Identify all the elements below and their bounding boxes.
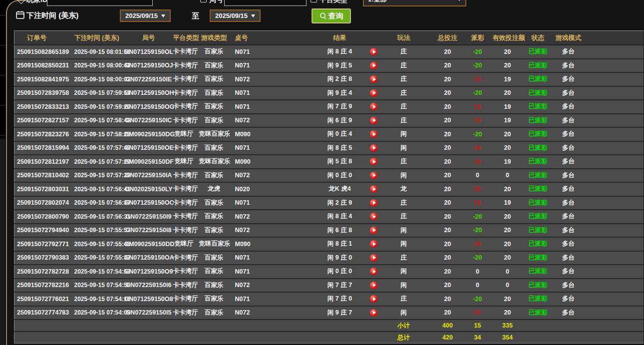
cell-result: 闲 2 庄 8 [260,72,358,86]
cell-order: 250915072839758 [14,86,74,100]
replay-cell [358,196,390,210]
cell-time: 2025-09-15 07:54:50 [74,279,124,293]
cell-valid: 0 [493,169,523,183]
cell-order: 250915072815994 [14,141,74,155]
play-video-icon[interactable] [370,254,377,262]
cell-game: 百家乐 [199,169,235,183]
cell-total: 20 [426,169,463,183]
cell-total: 20 [426,265,463,279]
play-video-icon[interactable] [370,144,377,152]
grandtotal-row: 总计 420 34 354 [14,332,644,344]
cell-order: 250915082841975 [14,72,74,86]
cell-tbl: N072 [235,210,260,224]
date-to-select[interactable]: 2025/09/15 [210,9,261,22]
cell-mode: 多台 [554,210,584,224]
play-video-icon[interactable] [370,227,377,234]
table-row: 2509150728121972025-09-15 07:57:29GM0902… [14,155,644,169]
cell-time: 2025-09-15 07:54:09 [74,306,124,320]
query-button[interactable]: 查询 [312,8,351,23]
cell-tbl: N071 [235,59,260,73]
play-triangle [373,242,376,246]
cell-result: 闲 9 庄 4 [260,86,358,100]
cell-payout: 19 [463,114,493,128]
cell-play: 庄 [390,155,426,169]
cell-mode: 多台 [554,169,584,183]
cell-mode: 多台 [554,224,584,238]
cell-total: 20 [426,86,463,100]
cell-tbl: N072 [235,224,260,238]
table-row: 2509150828651892025-09-15 08:01:56GN0712… [14,45,644,59]
table-row: 2509150828502312025-09-15 08:00:41GN0712… [14,59,644,73]
play-video-icon[interactable] [370,240,377,248]
play-video-icon[interactable] [370,48,377,55]
cell-play: 闲 [390,279,426,293]
cell-tbl: N071 [235,251,260,265]
cell-play: 庄 [390,45,426,59]
cell-time: 2025-09-15 07:54:53 [74,265,124,279]
left-strip-segment [0,76,5,106]
cell-payout: -20 [463,210,493,224]
cell-payout: 20 [463,141,493,155]
play-video-icon[interactable] [370,309,377,317]
platform-select[interactable]: 1:全部 [363,0,466,6]
cell-hall: 卡卡湾厅 [173,86,199,100]
row-filler [584,210,644,224]
filter-row-top: 玩家ID 局号 平台类型 1:全部 [0,0,644,6]
date-from-select[interactable]: 2025/09/15 [120,9,171,22]
play-triangle [373,50,376,54]
play-video-icon[interactable] [370,172,377,179]
cell-total: 20 [426,59,463,73]
play-video-icon[interactable] [370,62,377,69]
play-video-icon[interactable] [370,295,377,303]
play-triangle [373,297,376,301]
play-video-icon[interactable] [370,130,377,138]
play-video-icon[interactable] [370,282,377,289]
row-filler [584,127,644,141]
table-row: 2509150728159942025-09-15 07:57:49GN0712… [14,141,644,155]
cell-payout: 19 [463,72,493,86]
cell-game: 百家乐 [199,251,235,265]
cell-game: 龙虎 [199,182,235,196]
cell-hall: 卡卡湾厅 [173,59,199,73]
bet-records-table: 订单号 下注时间 (美东) 局号 平台类型 游戏类型 桌号 结果 玩法 总投注 … [14,30,644,344]
cell-tbl: M090 [235,127,260,141]
betting-records-screen: 玩家ID 局号 平台类型 1:全部 下注时间 (美东) 2025/09/15 至… [0,0,644,345]
play-video-icon[interactable] [370,103,377,110]
play-video-icon[interactable] [370,213,377,220]
cell-total: 20 [426,127,463,141]
cell-mode: 多台 [554,279,584,293]
subtotal-payout: 15 [463,320,493,332]
cell-result: 闲 6 庄 9 [260,114,358,128]
cell-tbl: N072 [235,114,260,128]
play-video-icon[interactable] [370,268,377,275]
cell-payout: 0 [463,265,493,279]
play-video-icon[interactable] [370,75,377,83]
cell-time: 2025-09-15 07:56:31 [74,210,124,224]
row-filler [584,182,644,196]
round-input[interactable] [224,0,307,6]
subtotal-total: 400 [426,320,463,332]
table-row: 2509150727747832025-09-15 07:54:09GN0722… [14,306,644,320]
play-video-icon[interactable] [370,89,377,97]
cell-play: 闲 [390,306,426,320]
row-filler [584,59,644,73]
grandtotal-total: 420 [426,332,463,344]
cell-payout: -20 [463,292,493,306]
cell-round: GN071259150OG [124,100,173,114]
platform-select-value: 1:全部 [368,0,387,4]
cell-status: 已派彩 [523,155,554,169]
cell-status: 已派彩 [523,251,554,265]
cell-order: 250915072827157 [14,114,74,128]
cell-round: GN072259150I6 [124,279,173,293]
cell-total: 20 [426,155,463,169]
play-video-icon[interactable] [370,199,377,207]
player-input[interactable] [47,0,153,6]
cell-payout: -20 [463,59,493,73]
cell-play: 庄 [390,86,426,100]
play-video-icon[interactable] [370,185,377,193]
cell-tbl: N071 [235,45,260,59]
play-video-icon[interactable] [370,117,377,124]
cell-status: 已派彩 [523,141,554,155]
cell-tbl: N071 [235,292,260,306]
play-video-icon[interactable] [370,158,377,165]
